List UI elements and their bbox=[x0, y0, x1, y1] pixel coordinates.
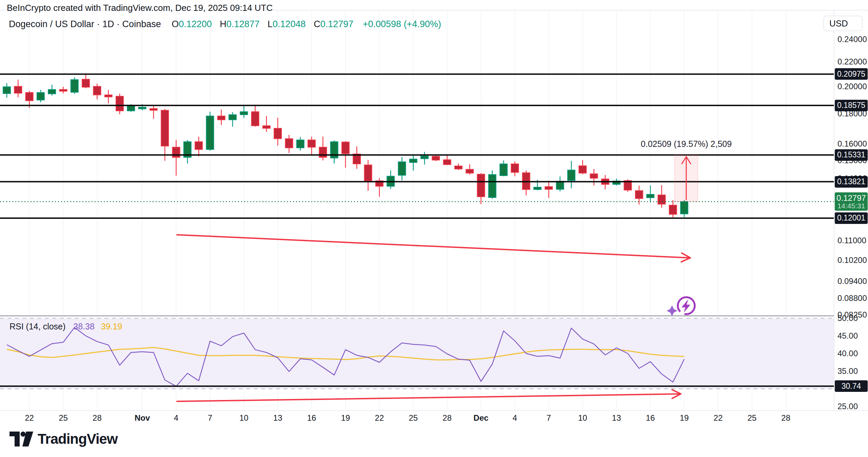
rsi-title[interactable]: RSI (14, close) bbox=[9, 322, 65, 331]
rsi-header: RSI (14, close) 38.38 39.19 bbox=[9, 322, 122, 331]
price-tick-label: 0.20000 bbox=[837, 82, 867, 91]
rsi-tick-label: 40.00 bbox=[837, 349, 858, 358]
date-tick-label: 22 bbox=[714, 413, 723, 423]
chart-canvas[interactable] bbox=[0, 0, 868, 457]
tradingview-logo[interactable]: TradingView bbox=[9, 431, 118, 447]
credit-line: BeInCrypto created with TradingView.com,… bbox=[7, 3, 273, 13]
date-tick-label: 7 bbox=[208, 413, 212, 423]
open-value: 0.12200 bbox=[179, 19, 212, 29]
current-price-badge: 0.1279714:45:31 bbox=[835, 192, 868, 211]
date-tick-label: 16 bbox=[646, 413, 655, 423]
date-tick-label: 28 bbox=[93, 413, 102, 423]
trend-arrow[interactable] bbox=[177, 235, 690, 262]
date-tick-label: 13 bbox=[273, 413, 282, 423]
open-label: O bbox=[172, 19, 179, 29]
price-tick-label: 0.11000 bbox=[837, 236, 866, 245]
rsi-level-badge: 30.74 bbox=[835, 380, 868, 392]
date-tick-label: 28 bbox=[781, 413, 790, 423]
date-tick-label: Dec bbox=[474, 413, 489, 423]
low-value: 0.12048 bbox=[273, 19, 306, 29]
current-price-value: 0.12797 bbox=[836, 194, 866, 202]
high-value: 0.12877 bbox=[226, 19, 260, 29]
date-axis[interactable]: 222528Nov4710131619222528Dec471013161922… bbox=[0, 411, 834, 426]
low-label: L bbox=[268, 19, 273, 29]
close-label: C bbox=[314, 19, 320, 29]
date-tick-label: 22 bbox=[375, 413, 384, 423]
date-tick-label: 16 bbox=[307, 413, 316, 423]
price-level-badge: 0.13821 bbox=[835, 176, 868, 188]
rsi-tick-label: 35.00 bbox=[837, 366, 858, 376]
change-value: +0.00598 (+4.90%) bbox=[363, 19, 441, 29]
tradingview-logo-mark bbox=[9, 431, 33, 447]
rsi-tick-label: 45.00 bbox=[837, 331, 858, 341]
symbol-title[interactable]: Dogecoin / US Dollar · 1D · Coinbase bbox=[9, 19, 161, 29]
date-tick-label: Nov bbox=[135, 413, 150, 423]
rsi-panel-background bbox=[0, 319, 834, 388]
close-value: 0.12797 bbox=[320, 19, 354, 29]
price-tick-label: 0.09400 bbox=[837, 277, 867, 286]
date-tick-label: 25 bbox=[59, 413, 68, 423]
rsi-tick-label: 50.00 bbox=[837, 313, 858, 323]
symbol-header: Dogecoin / US Dollar · 1D · Coinbase O0.… bbox=[9, 19, 441, 30]
price-tick-label: 0.24000 bbox=[837, 35, 867, 44]
date-tick-label: 13 bbox=[612, 413, 621, 423]
date-tick-label: 22 bbox=[25, 413, 34, 423]
price-tick-label: 0.10200 bbox=[837, 255, 867, 265]
quick-action-lightning-icon[interactable] bbox=[665, 294, 699, 320]
price-axis[interactable]: 0.240000.220000.200000.180000.160000.150… bbox=[834, 0, 868, 457]
sparkle-icon bbox=[667, 305, 677, 316]
price-level-badge: 0.15331 bbox=[835, 149, 868, 161]
trend-arrow[interactable] bbox=[177, 389, 681, 401]
rsi-value: 38.38 bbox=[73, 322, 95, 331]
currency-toggle-button[interactable]: USD bbox=[823, 16, 863, 31]
date-tick-label: 7 bbox=[547, 413, 551, 423]
price-tick-label: 0.08800 bbox=[837, 293, 867, 303]
date-tick-label: 25 bbox=[409, 413, 418, 423]
rsi-tick-label: 25.00 bbox=[837, 402, 858, 411]
price-level-badge: 0.20975 bbox=[835, 68, 868, 80]
price-tick-label: 0.16000 bbox=[837, 139, 867, 149]
date-tick-label: 28 bbox=[442, 413, 452, 423]
rsi-ma-value: 39.19 bbox=[101, 322, 122, 331]
date-tick-label: 10 bbox=[578, 413, 587, 423]
date-tick-label: 4 bbox=[174, 413, 178, 423]
high-label: H bbox=[220, 19, 226, 29]
tradingview-logo-text: TradingView bbox=[38, 431, 118, 447]
date-tick-label: 19 bbox=[680, 413, 689, 423]
price-level-badge: 0.12001 bbox=[835, 212, 868, 224]
price-tick-label: 0.22000 bbox=[837, 57, 867, 66]
date-tick-label: 25 bbox=[747, 413, 756, 423]
projection-annotation: 0.02509 (19.57%) 2,509 bbox=[641, 139, 732, 149]
tradingview-chart-window: BeInCrypto created with TradingView.com,… bbox=[0, 0, 868, 457]
date-tick-label: 19 bbox=[341, 413, 350, 423]
date-tick-label: 10 bbox=[239, 413, 249, 423]
date-tick-label: 4 bbox=[513, 413, 517, 423]
price-level-badge: 0.18575 bbox=[835, 100, 868, 111]
bar-countdown: 14:45:31 bbox=[837, 202, 865, 210]
